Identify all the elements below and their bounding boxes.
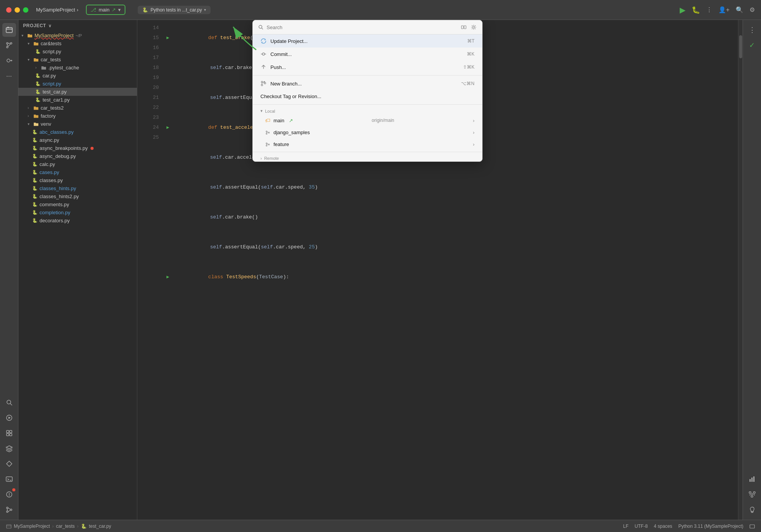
dropdown-search-bar [253, 20, 482, 34]
sidebar-item-layers[interactable] [2, 442, 16, 455]
python-file-icon: 🐍 [32, 162, 38, 167]
chevron-down-icon: ▾ [204, 8, 206, 12]
run-button[interactable]: ▶ [680, 5, 685, 15]
svg-point-24 [264, 82, 266, 84]
sidebar-item-vcs[interactable] [2, 503, 16, 517]
svg-point-27 [268, 132, 270, 133]
right-sidebar-checkmark[interactable]: ✓ [745, 38, 759, 52]
run-gutter-25[interactable]: ▶ [166, 272, 169, 282]
tree-item-classes-hints[interactable]: 🐍 classes_hints.py [18, 184, 137, 192]
traffic-lights [6, 7, 28, 13]
python-file-icon: 🐍 [32, 194, 38, 199]
dropdown-item-commit[interactable]: Commit... ⌘K [253, 48, 482, 61]
dropdown-section-remote: › Remote [253, 154, 482, 161]
python-file-icon: 🐍 [35, 97, 41, 102]
run-gutter-18[interactable]: ▶ [166, 123, 169, 133]
collapse-icon[interactable] [461, 24, 467, 30]
tree-item-factory[interactable]: › factory [18, 112, 137, 120]
branch-search-input[interactable] [267, 25, 458, 30]
python-file-icon: 🐍 [81, 524, 87, 529]
more-menu-button[interactable]: ⋮ [706, 6, 712, 13]
panel-header: Project ∨ [18, 20, 137, 31]
tree-item-decorators[interactable]: 🐍 decorators.py [18, 217, 137, 225]
tree-item-pytest-cache[interactable]: › .pytest_cache [18, 64, 137, 72]
tree-item-classes-hints2[interactable]: 🐍 classes_hints2.py [18, 192, 137, 200]
dropdown-item-push[interactable]: Push... ⇧⌘K [253, 61, 482, 74]
sidebar-item-plugins[interactable] [2, 426, 16, 440]
python-file-icon: 🐍 [32, 154, 38, 159]
sidebar-item-deploy[interactable] [2, 457, 16, 471]
editor-tab[interactable]: 🐍 Python tests in ...t_car.py ▾ [138, 6, 211, 14]
tree-item-abc-classes[interactable]: 🐍 abc_classes.py [18, 128, 137, 136]
settings-button[interactable]: ⚙ [749, 6, 755, 13]
tree-item-async[interactable]: 🐍 async.py [18, 136, 137, 144]
sidebar-item-more[interactable]: ··· [2, 69, 16, 83]
search-button[interactable]: 🔍 [736, 6, 743, 13]
tree-item-async-breakpoints[interactable]: 🐍 async_breakpoints.py [18, 144, 137, 152]
tree-item-calc[interactable]: 🐍 calc.py [18, 160, 137, 168]
add-user-button[interactable]: 👤+ [718, 6, 730, 13]
tree-item-script-py2[interactable]: 🐍 script.py [18, 80, 137, 88]
python-icon: 🐍 [142, 7, 148, 13]
right-sidebar-more[interactable]: ⋮ [745, 23, 759, 37]
maximize-button[interactable] [23, 7, 28, 13]
tree-item-completion[interactable]: 🐍 completion.py [18, 209, 137, 217]
svg-rect-34 [753, 476, 754, 482]
tree-item-car-tests[interactable]: ▾ car&tests [18, 39, 137, 48]
scrollbar[interactable] [738, 20, 743, 520]
right-sidebar-ai[interactable] [745, 503, 759, 517]
svg-rect-39 [750, 525, 754, 528]
right-sidebar-structure[interactable] [745, 488, 759, 501]
svg-point-3 [10, 43, 12, 44]
svg-point-4 [7, 46, 8, 48]
chevron-right-icon: › [473, 130, 474, 135]
git-branch-icon: ⎇ [91, 7, 96, 13]
svg-rect-11 [10, 433, 12, 436]
sidebar-item-project[interactable] [2, 23, 16, 37]
scrollbar-thumb[interactable] [739, 35, 742, 58]
tree-item-script-py[interactable]: 🐍 script.py [18, 48, 137, 56]
tree-item-cases[interactable]: 🐍 cases.py [18, 168, 137, 176]
close-button[interactable] [6, 7, 12, 13]
svg-rect-32 [749, 479, 751, 482]
tree-item-car-tests2-folder[interactable]: › car_tests2 [18, 104, 137, 112]
tree-item-test-car1-py[interactable]: 🐍 test_car1.py [18, 96, 137, 104]
code-line-25: ▶ class TestSpeeds(TestCase): [163, 262, 738, 292]
debug-button[interactable]: 🐛 [692, 6, 700, 14]
gear-icon[interactable] [471, 24, 477, 30]
tree-item-car-py[interactable]: 🐍 car.py [18, 72, 137, 80]
tree-item-classes[interactable]: 🐍 classes.py [18, 176, 137, 184]
sidebar-item-key[interactable] [2, 54, 16, 67]
svg-point-5 [7, 59, 10, 62]
status-bar: MySampleProject › car_tests › 🐍 test_car… [0, 520, 761, 532]
dropdown-item-new-branch[interactable]: New Branch... ⌥⌘N [253, 77, 482, 90]
branch-arrow-icon: ↗ [112, 7, 116, 13]
svg-point-29 [266, 145, 267, 146]
branch-selector-button[interactable]: ⎇ main ↗ ▾ [86, 5, 125, 15]
dropdown-branch-feature[interactable]: feature › [253, 138, 482, 150]
dropdown-branch-main[interactable]: 🏷 main ↗ origin/main › [253, 114, 482, 126]
tree-item-venv[interactable]: ▾ venv [18, 120, 137, 128]
sidebar-item-run-debug[interactable] [2, 411, 16, 425]
tree-item-async-debug[interactable]: 🐍 async_debug.py [18, 152, 137, 160]
svg-point-26 [266, 133, 267, 134]
update-icon [260, 38, 267, 44]
dropdown-item-update-project[interactable]: Update Project... ⌘T [253, 34, 482, 48]
svg-point-21 [262, 53, 265, 55]
line-numbers: 14 15 16 17 18 19 20 21 22 23 24 25 [145, 20, 163, 520]
tree-item-test-car-py[interactable]: 🐍 test_car.py [18, 88, 137, 96]
dropdown-branch-django-samples[interactable]: django_samples › [253, 126, 482, 138]
run-gutter-14[interactable]: ▶ [166, 33, 169, 43]
project-name[interactable]: MySampleProject › [36, 7, 78, 13]
right-sidebar-chart[interactable] [745, 472, 759, 486]
dropdown-item-checkout-tag[interactable]: Checkout Tag or Revision... [253, 90, 482, 103]
tree-item-comments[interactable]: 🐍 comments.py [18, 200, 137, 209]
sidebar-item-git[interactable] [2, 38, 16, 52]
sidebar-item-notifications[interactable] [2, 488, 16, 501]
tree-item-car-tests2[interactable]: ▾ car_tests [18, 56, 137, 64]
sidebar-item-terminal[interactable] [2, 472, 16, 486]
svg-rect-18 [461, 26, 463, 29]
minimize-button[interactable] [15, 7, 20, 13]
tree-item-root[interactable]: ▾ MySampleProject ~/P [18, 31, 137, 39]
sidebar-item-search[interactable] [2, 396, 16, 409]
